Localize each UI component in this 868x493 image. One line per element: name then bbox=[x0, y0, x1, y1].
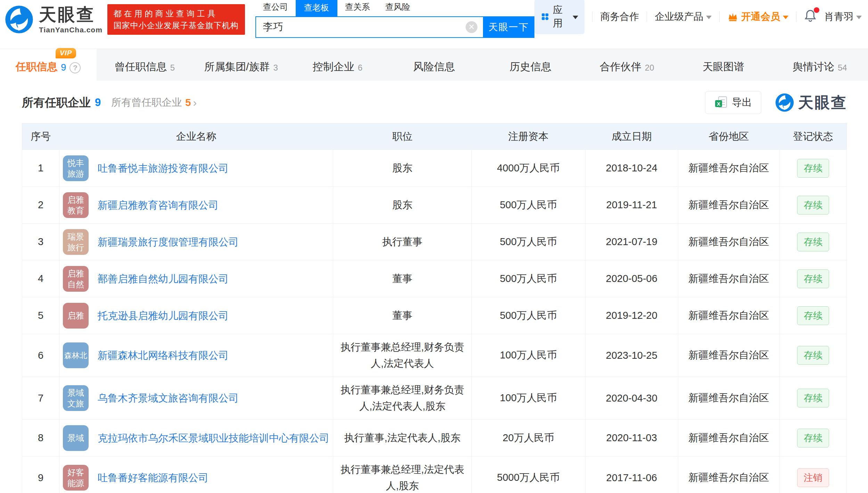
company-logo-badge[interactable]: 瑞景 旅行 bbox=[63, 229, 89, 255]
positions-table: 序号 企业名称 职位 注册资本 成立日期 省份地区 登记状态 1 悦丰 旅游 吐… bbox=[22, 123, 847, 493]
company-logo-badge[interactable]: 森林北 bbox=[63, 342, 89, 368]
region-cell: 新疆维吾尔自治区 bbox=[678, 224, 779, 260]
region-cell: 新疆维吾尔自治区 bbox=[678, 377, 779, 420]
search-button[interactable]: 天眼一下 bbox=[483, 16, 534, 38]
position-cell: 股东 bbox=[333, 187, 472, 224]
region-cell: 新疆维吾尔自治区 bbox=[678, 420, 779, 456]
region-cell: 新疆维吾尔自治区 bbox=[678, 187, 779, 224]
company-logo-badge[interactable]: 好客 能源 bbox=[63, 465, 89, 491]
date-cell: 2019-11-21 bbox=[585, 187, 678, 224]
position-cell: 股东 bbox=[333, 150, 472, 187]
tianyancha-logo[interactable]: 天眼查 TianYanCha.com bbox=[5, 5, 103, 34]
company-link[interactable]: 吐鲁番悦丰旅游投资有限公司 bbox=[98, 161, 229, 175]
company-link[interactable]: 新疆瑞景旅行度假管理有限公司 bbox=[98, 235, 239, 249]
user-account-menu[interactable]: 肖青羽 bbox=[824, 10, 862, 23]
open-membership-button[interactable]: 开通会员 bbox=[727, 10, 788, 23]
date-cell: 2019-12-20 bbox=[585, 297, 678, 334]
row-index: 6 bbox=[22, 334, 59, 377]
banner-line1: 都在用的商业查询工具 bbox=[114, 8, 239, 19]
tab-public-opinion[interactable]: 舆情讨论 54 bbox=[772, 49, 868, 81]
table-header-row: 序号 企业名称 职位 注册资本 成立日期 省份地区 登记状态 bbox=[22, 123, 847, 150]
date-cell: 2017-11-06 bbox=[585, 456, 678, 493]
region-cell: 新疆维吾尔自治区 bbox=[678, 297, 779, 334]
clear-search-icon[interactable]: ✕ bbox=[466, 21, 477, 33]
table-row: 9 好客 能源 吐鲁番好客能源有限公司 执行董事兼总经理,法定代表人,股东 50… bbox=[22, 456, 847, 493]
date-cell: 2021-07-19 bbox=[585, 224, 678, 260]
table-row: 1 悦丰 旅游 吐鲁番悦丰旅游投资有限公司 股东 4000万人民币 2018-1… bbox=[22, 150, 847, 187]
company-link[interactable]: 鄯善启雅自然幼儿园有限公司 bbox=[98, 272, 229, 286]
tianyancha-swirl-icon bbox=[5, 5, 33, 34]
search-tab-company[interactable]: 查公司 bbox=[255, 1, 296, 16]
export-button[interactable]: X 导出 bbox=[705, 91, 761, 114]
enterprise-products-menu[interactable]: 企业级产品 bbox=[655, 10, 712, 23]
col-company: 企业名称 bbox=[59, 123, 333, 150]
company-logo-badge[interactable]: 启雅 自然 bbox=[63, 266, 89, 292]
position-cell: 执行董事兼总经理,财务负责人,法定代表人 bbox=[333, 334, 472, 377]
section-title: 所有任职企业 bbox=[22, 95, 91, 111]
tab-former-positions[interactable]: 曾任职信息 5 bbox=[97, 49, 193, 81]
company-logo-badge[interactable]: 悦丰 旅游 bbox=[63, 155, 89, 181]
tab-partners[interactable]: 合作伙伴 20 bbox=[579, 49, 675, 81]
search-tab-boss[interactable]: 查老板 bbox=[296, 0, 337, 16]
region-cell: 新疆维吾尔自治区 bbox=[678, 456, 779, 493]
company-link[interactable]: 吐鲁番好客能源有限公司 bbox=[98, 471, 208, 485]
row-index: 3 bbox=[22, 224, 59, 260]
search-tab-risk[interactable]: 查风险 bbox=[378, 1, 418, 16]
tab-history-info[interactable]: 历史信息 bbox=[482, 49, 579, 81]
row-index: 2 bbox=[22, 187, 59, 224]
position-cell: 董事 bbox=[333, 297, 472, 334]
vip-badge: VIP bbox=[56, 48, 76, 58]
company-link[interactable]: 托克逊县启雅幼儿园有限公司 bbox=[98, 309, 229, 323]
table-row: 2 启雅 教育 新疆启雅教育咨询有限公司 股东 500万人民币 2019-11-… bbox=[22, 187, 847, 224]
divider bbox=[796, 11, 796, 22]
former-companies-link[interactable]: 所有曾任职企业 5 › bbox=[111, 96, 197, 110]
apps-menu-button[interactable]: 应用 bbox=[534, 0, 585, 34]
company-logo-badge[interactable]: 启雅 教育 bbox=[63, 192, 89, 218]
company-logo-badge[interactable]: 景域 文旅 bbox=[63, 385, 89, 411]
capital-cell: 500万人民币 bbox=[472, 297, 585, 334]
status-badge: 注销 bbox=[797, 468, 829, 487]
search-input[interactable] bbox=[255, 16, 483, 38]
row-index: 5 bbox=[22, 297, 59, 334]
company-link[interactable]: 新疆启雅教育咨询有限公司 bbox=[98, 198, 219, 212]
capital-cell: 5000万人民币 bbox=[472, 456, 585, 493]
date-cell: 2020-11-03 bbox=[585, 420, 678, 456]
company-link[interactable]: 乌鲁木齐景域文旅咨询有限公司 bbox=[98, 391, 239, 405]
logo-domain: TianYanCha.com bbox=[39, 26, 103, 33]
status-badge: 存续 bbox=[797, 429, 829, 447]
notifications-bell-icon[interactable] bbox=[804, 9, 817, 24]
position-cell: 执行董事兼总经理,财务负责人,法定代表人,股东 bbox=[333, 377, 472, 420]
status-badge: 存续 bbox=[797, 233, 829, 251]
company-logo-badge[interactable]: 启雅 bbox=[63, 303, 89, 329]
tab-current-positions[interactable]: 任职信息 VIP 9 ? bbox=[0, 49, 97, 81]
chevron-down-icon bbox=[706, 16, 712, 19]
company-link[interactable]: 新疆森林北网络科技有限公司 bbox=[98, 348, 229, 362]
tab-count: 20 bbox=[645, 63, 654, 73]
capital-cell: 20万人民币 bbox=[472, 420, 585, 456]
help-icon[interactable]: ? bbox=[69, 62, 81, 73]
crown-icon bbox=[727, 11, 738, 22]
company-logo-badge[interactable]: 景域 bbox=[63, 425, 89, 451]
table-row: 4 启雅 自然 鄯善启雅自然幼儿园有限公司 董事 500万人民币 2020-05… bbox=[22, 260, 847, 297]
excel-export-icon: X bbox=[714, 96, 728, 109]
tab-controlled-companies[interactable]: 控制企业 6 bbox=[289, 49, 386, 81]
tab-risk-info[interactable]: 风险信息 bbox=[386, 49, 482, 81]
date-cell: 2018-10-24 bbox=[585, 150, 678, 187]
position-cell: 执行董事兼总经理,法定代表人,股东 bbox=[333, 456, 472, 493]
col-index: 序号 bbox=[22, 123, 59, 150]
company-link[interactable]: 克拉玛依市乌尔禾区景域职业技能培训中心有限公司 bbox=[98, 431, 329, 445]
date-cell: 2020-04-30 bbox=[585, 377, 678, 420]
search-area: 查公司 查老板 查关系 查风险 ✕ 天眼一下 bbox=[255, 1, 534, 38]
capital-cell: 500万人民币 bbox=[472, 224, 585, 260]
search-tab-relation[interactable]: 查关系 bbox=[337, 1, 378, 16]
top-header: 天眼查 TianYanCha.com 都在用的商业查询工具 国家中小企业发展子基… bbox=[0, 0, 868, 39]
col-date: 成立日期 bbox=[585, 123, 678, 150]
business-cooperation-link[interactable]: 商务合作 bbox=[600, 10, 639, 23]
section-header: 所有任职企业 9 所有曾任职企业 5 › X 导出 天眼查 bbox=[22, 91, 847, 114]
svg-text:X: X bbox=[717, 101, 720, 107]
tab-graph[interactable]: 天眼图谱 bbox=[675, 49, 772, 81]
divider bbox=[647, 11, 647, 22]
tab-group-cluster[interactable]: 所属集团/族群 3 bbox=[193, 49, 289, 81]
capital-cell: 100万人民币 bbox=[472, 377, 585, 420]
date-cell: 2020-05-06 bbox=[585, 260, 678, 297]
